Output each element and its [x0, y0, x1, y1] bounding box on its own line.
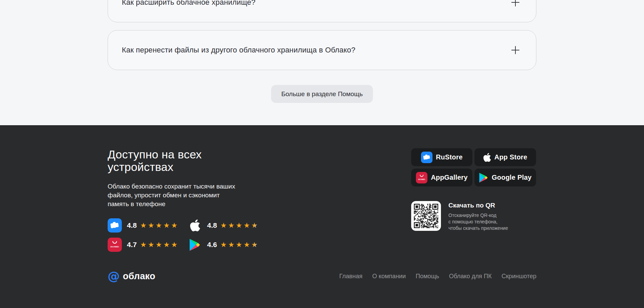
star-icon: ★ — [148, 241, 154, 248]
star-icon: ★ — [148, 222, 154, 229]
footer-heading: Доступно на всех устройствах — [108, 148, 324, 173]
rating-row-googleplay: 4.6 ★★★★★ — [188, 238, 324, 252]
apple-icon — [188, 218, 202, 233]
star-icon: ★ — [236, 222, 242, 229]
logo-text: облако — [123, 271, 155, 282]
star-icon: ★ — [140, 241, 147, 248]
svg-text:HUAWEI: HUAWEI — [110, 246, 119, 248]
star-rating: ★★★★★ — [140, 222, 177, 229]
faq-question: Как расширить облачное хранилище? — [122, 0, 256, 7]
star-icon: ★ — [156, 241, 162, 248]
plus-icon[interactable] — [510, 45, 520, 55]
cloud-logo[interactable]: @ облако — [108, 270, 155, 282]
star-icon: ★ — [171, 222, 178, 229]
rustore-badge[interactable]: RuStore — [411, 148, 472, 166]
star-rating: ★★★★★ — [140, 241, 177, 248]
star-rating: ★★★★★ — [220, 222, 258, 229]
faq-section: Как расширить облачное хранилище? Как пе… — [0, 0, 644, 125]
store-ratings: 4.8 ★★★★★ 4.8 ★★★★★ HUAWEI 4.7 — [108, 218, 324, 252]
appstore-badge[interactable]: App Store — [474, 148, 536, 166]
rating-score: 4.8 — [127, 221, 137, 229]
star-icon: ★ — [251, 241, 258, 248]
footer-link-screenshoter[interactable]: Скриншотер — [502, 273, 536, 280]
footer-link-desktop[interactable]: Облако для ПК — [449, 273, 492, 280]
rating-score: 4.6 — [207, 241, 217, 249]
apple-icon — [483, 152, 491, 162]
qr-section: Скачать по QR Отсканируйте QR-код с помо… — [411, 201, 536, 232]
google-play-icon — [188, 238, 202, 252]
star-icon: ★ — [220, 241, 227, 248]
star-icon: ★ — [228, 222, 235, 229]
googleplay-badge[interactable]: Google Play — [474, 169, 536, 186]
rating-score: 4.8 — [207, 221, 217, 229]
qr-title: Скачать по QR — [448, 202, 508, 209]
star-icon: ★ — [220, 222, 227, 229]
footer-link-about[interactable]: О компании — [372, 273, 406, 280]
star-icon: ★ — [244, 241, 250, 248]
more-help-button[interactable]: Больше в разделе Помощь — [271, 85, 373, 103]
star-icon: ★ — [156, 222, 162, 229]
star-icon: ★ — [171, 241, 178, 248]
star-icon: ★ — [228, 241, 235, 248]
qr-subtitle: Отсканируйте QR-код с помощью телефона, … — [448, 212, 508, 232]
store-badges: RuStore App Store HUAWEI AppGallery — [411, 148, 536, 186]
faq-item-transfer-files[interactable]: Как перенести файлы из другого облачного… — [108, 30, 536, 70]
rustore-icon — [421, 152, 432, 163]
faq-item-expand-storage[interactable]: Как расширить облачное хранилище? — [108, 0, 536, 22]
appgallery-icon: HUAWEI — [108, 238, 122, 252]
mailru-at-icon: @ — [108, 270, 120, 282]
star-icon: ★ — [163, 241, 170, 248]
badge-label: Google Play — [492, 174, 532, 181]
rating-row-appstore: 4.8 ★★★★★ — [188, 218, 324, 233]
rustore-icon — [108, 218, 122, 233]
footer-link-home[interactable]: Главная — [339, 273, 362, 280]
star-icon: ★ — [236, 241, 242, 248]
svg-text:HUAWEI: HUAWEI — [418, 178, 425, 180]
star-icon: ★ — [244, 222, 250, 229]
appgallery-icon: HUAWEI — [416, 172, 427, 183]
star-icon: ★ — [163, 222, 170, 229]
star-rating: ★★★★★ — [220, 241, 258, 248]
footer-link-help[interactable]: Помощь — [416, 273, 439, 280]
footer-description: Облако безопасно сохранит тысячи ваших ф… — [108, 182, 324, 208]
qr-code — [411, 201, 441, 231]
footer-nav: Главная О компании Помощь Облако для ПК … — [339, 273, 536, 280]
plus-icon[interactable] — [510, 0, 520, 7]
rating-score: 4.7 — [127, 241, 137, 249]
badge-label: AppGallery — [431, 174, 468, 181]
star-icon: ★ — [140, 222, 147, 229]
badge-label: RuStore — [436, 153, 463, 161]
star-icon: ★ — [251, 222, 258, 229]
footer: Доступно на всех устройствах Облако безо… — [0, 125, 644, 308]
rating-row-appgallery: HUAWEI 4.7 ★★★★★ — [108, 238, 188, 252]
faq-question: Как перенести файлы из другого облачного… — [122, 46, 355, 54]
badge-label: App Store — [494, 153, 527, 161]
google-play-icon — [479, 173, 488, 183]
rating-row-rustore: 4.8 ★★★★★ — [108, 218, 188, 233]
appgallery-badge[interactable]: HUAWEI AppGallery — [411, 169, 472, 186]
